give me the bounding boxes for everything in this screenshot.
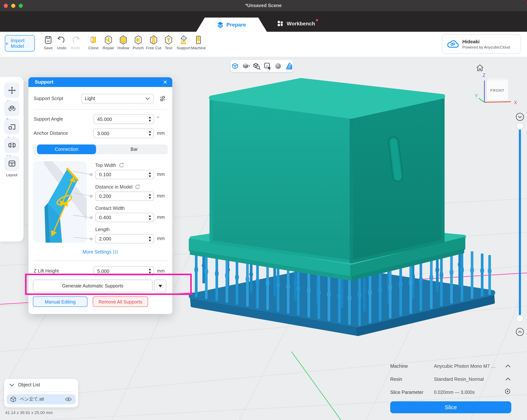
resin-collapse-icon[interactable] (505, 378, 511, 381)
mirror-icon (7, 141, 16, 149)
sidebar-item-layout[interactable]: Layout (4, 156, 20, 178)
account-name: Hideaki (462, 39, 510, 45)
step-up-icon[interactable] (149, 215, 151, 217)
model-dimensions: 41.14 x 39.91 x 25.00 mm (5, 410, 53, 415)
material-sphere-icon[interactable] (274, 62, 283, 70)
viewport-toolbar (231, 60, 293, 72)
render-mode-icon[interactable] (242, 62, 250, 70)
length-label: Length (95, 227, 110, 232)
viewport-3d[interactable]: FRONT Z X Y Support ✕ Support Script (0, 57, 527, 420)
hollow-button[interactable]: Hollow (115, 35, 132, 50)
step-down-icon[interactable] (149, 240, 151, 241)
model-info-icon[interactable] (263, 62, 272, 70)
support-panel: Support ✕ Support Script Light Support A… (28, 77, 172, 314)
top-width-input[interactable] (95, 170, 154, 179)
home-view-icon[interactable] (475, 63, 484, 73)
length-input[interactable] (95, 234, 154, 243)
generate-options-dropdown[interactable] (154, 280, 166, 292)
object-list-item[interactable]: ペン立て.stl (7, 394, 76, 404)
mesh-cube-icon (10, 396, 16, 402)
anchor-distance-unit: mm (157, 131, 165, 136)
tab-prepare[interactable]: Prepare (196, 18, 267, 32)
collapse-up-icon[interactable] (516, 328, 524, 336)
view-cube[interactable]: FRONT Z X Y (472, 72, 521, 111)
reset-icon[interactable] (118, 162, 124, 168)
slice-button[interactable]: Slice (390, 401, 511, 413)
step-down-icon[interactable] (149, 134, 151, 136)
redo-icon (71, 35, 80, 45)
reset-icon[interactable] (135, 184, 140, 190)
z-lift-height-label: Z Lift Height (34, 268, 59, 274)
support-angle-input[interactable] (93, 114, 154, 124)
zoom-model-icon[interactable] (252, 62, 261, 70)
step-up-icon[interactable] (149, 131, 151, 133)
collapse-down-icon[interactable] (516, 113, 524, 121)
step-up-icon[interactable] (149, 268, 151, 270)
slider-handle-bottom[interactable] (516, 315, 523, 322)
clone-button[interactable]: Clone (85, 35, 102, 50)
step-down-icon[interactable] (149, 272, 151, 274)
more-settings-link[interactable]: More Settings ⟩⟩⟩ (28, 249, 172, 255)
z-lift-height-unit: mm (157, 268, 165, 274)
tab-prepare-label: Prepare (227, 22, 246, 28)
script-settings-icon[interactable] (159, 95, 166, 102)
redo-button[interactable]: Redo (67, 35, 84, 50)
anchor-distance-field (93, 128, 154, 138)
chevron-down-icon (9, 383, 14, 387)
manual-editing-button[interactable]: Manual Editing (33, 296, 88, 307)
account-box[interactable]: Hideaki Powered by AnycubicCloud (442, 34, 521, 54)
machine-icon (194, 35, 203, 45)
anchor-distance-input[interactable] (93, 128, 154, 138)
length-field (95, 234, 154, 243)
close-icon[interactable]: ✕ (162, 79, 168, 85)
support-script-dropdown[interactable]: Light (81, 94, 154, 104)
step-up-icon[interactable] (149, 172, 151, 174)
contact-width-field (95, 213, 154, 222)
slice-parameter-settings-icon[interactable] (504, 388, 511, 395)
workbench-grid-icon (277, 21, 283, 27)
machine-collapse-icon[interactable] (505, 364, 511, 368)
free-cut-button[interactable]: Free Cut (145, 35, 162, 50)
step-down-icon[interactable] (149, 218, 151, 220)
generate-automatic-supports-button[interactable]: Generate Automatic Supports (33, 280, 153, 292)
slice-preview-slider[interactable] (515, 112, 525, 336)
tab-connection[interactable]: Connection (37, 145, 96, 154)
tab-workbench[interactable]: Workbench (277, 21, 315, 27)
z-lift-height-field (93, 266, 154, 276)
text-button[interactable]: Text (160, 35, 177, 50)
remove-all-supports-button[interactable]: Remove All Supports (93, 296, 148, 307)
slice-view-icon[interactable] (285, 62, 293, 70)
model-pen-stand[interactable] (211, 80, 443, 262)
account-subtitle: Powered by AnycubicCloud (462, 45, 510, 50)
object-list-header[interactable]: Object List (9, 382, 40, 388)
step-up-icon[interactable] (149, 236, 151, 238)
slider-handle-top[interactable] (516, 123, 523, 130)
length-unit: mm (157, 236, 165, 241)
support-panel-header[interactable]: Support ✕ (28, 77, 172, 87)
anycubic-cloud-icon (447, 39, 459, 49)
punch-button[interactable]: Punch (130, 35, 146, 50)
machine-button[interactable]: Machine (190, 35, 207, 50)
object-list-card: Object List ペン立て.stl (4, 379, 78, 407)
step-down-icon[interactable] (149, 120, 151, 122)
distance-in-model-input[interactable] (95, 191, 154, 201)
contact-width-input[interactable] (95, 213, 154, 222)
step-down-icon[interactable] (149, 197, 151, 199)
step-up-icon[interactable] (149, 194, 151, 195)
visibility-eye-icon[interactable] (65, 397, 72, 402)
repair-button[interactable]: Repair (100, 35, 117, 50)
divider (34, 261, 167, 261)
distance-in-model-field (95, 191, 154, 201)
step-up-icon[interactable] (149, 116, 151, 118)
step-down-icon[interactable] (149, 175, 151, 177)
tab-workbench-label: Workbench (287, 21, 315, 27)
viewcube-z-label: Z (483, 73, 485, 78)
support-tool-button[interactable]: Support (175, 35, 192, 50)
contact-width-label: Contact Width (95, 206, 125, 211)
distance-in-model-label: Distance in Model (95, 184, 140, 190)
import-model-button[interactable]: + Import Model (5, 35, 35, 52)
tab-bar[interactable]: Bar (100, 145, 168, 154)
z-lift-height-input[interactable] (93, 266, 154, 276)
slice-parameter-label: Slice Parameter (390, 390, 423, 395)
perspective-view-icon[interactable] (231, 62, 240, 70)
